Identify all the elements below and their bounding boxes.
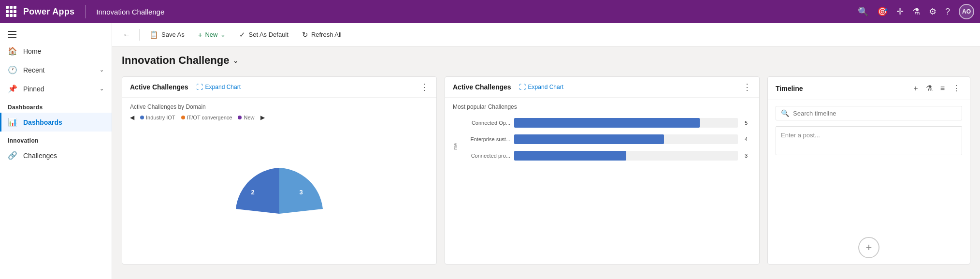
target-icon[interactable]: 🎯 — [877, 6, 888, 17]
page-heading: Innovation Challenge ⌄ — [122, 54, 970, 67]
back-button[interactable]: ← — [118, 28, 135, 42]
refresh-all-button[interactable]: ↻ Refresh All — [296, 28, 347, 42]
bar-track-2 — [514, 151, 738, 161]
set-default-button[interactable]: ✓ Set As Default — [233, 28, 294, 42]
sidebar-item-challenges[interactable]: 🔗 Challenges — [0, 146, 112, 165]
timeline-search-icon: 🔍 — [781, 109, 789, 117]
recent-icon: 🕐 — [8, 65, 17, 74]
sidebar-item-label: Dashboards — [23, 118, 62, 126]
nav-divider — [85, 5, 86, 18]
legend-next-icon[interactable]: ▶ — [260, 114, 265, 121]
legend-dot-1 — [181, 116, 185, 119]
chart-card-left: Active Challenges ⛶ Expand Chart ⋮ Activ… — [122, 76, 437, 264]
expand-chart-left-button[interactable]: ⛶ Expand Chart — [196, 83, 241, 91]
legend-label-1: IT/OT convergence — [187, 115, 232, 120]
chart-more-left-button[interactable]: ⋮ — [420, 83, 429, 91]
chart-subtitle-left: Active Challenges by Domain — [130, 103, 429, 110]
legend-prev-icon[interactable]: ◀ — [130, 114, 134, 121]
legend-label-0: Industry IOT — [146, 115, 175, 120]
bar-value-2: 3 — [745, 153, 751, 159]
timeline-add-icon: + — [866, 241, 872, 254]
timeline-more-button[interactable]: ⋮ — [951, 83, 962, 94]
save-as-button[interactable]: 📋 Save As — [144, 28, 190, 42]
legend-label-2: New — [244, 115, 254, 120]
timeline-list-button[interactable]: ≡ — [938, 83, 947, 94]
challenges-icon: 🔗 — [8, 151, 17, 160]
chart-title-left: Active Challenges — [130, 83, 188, 91]
expand-chart-left-label: Expand Chart — [205, 84, 241, 90]
chart-subtitle-middle: Most popular Challenges — [453, 103, 751, 110]
bar-fill-2 — [514, 151, 626, 161]
timeline-header: Timeline + ⚗ ≡ ⋮ — [768, 77, 970, 100]
expand-icon-middle: ⛶ — [519, 83, 526, 91]
avatar[interactable]: AO — [959, 4, 974, 19]
sidebar-item-label: Recent — [23, 66, 44, 74]
timeline-circle-add-button[interactable]: + — [858, 237, 879, 258]
refresh-label: Refresh All — [311, 31, 342, 38]
timeline-post-placeholder: Enter a post... — [781, 132, 820, 139]
chart-body-left: Active Challenges by Domain ◀ Industry I… — [122, 98, 436, 264]
legend-item-1: IT/OT convergence — [181, 115, 232, 120]
app-title: Power Apps — [23, 7, 74, 17]
pie-chart: 2 3 — [130, 127, 429, 223]
svg-text:2: 2 — [251, 189, 254, 196]
chart-header-middle: Active Challenges ⛶ Expand Chart ⋮ — [445, 77, 759, 98]
bar-value-0: 5 — [745, 120, 751, 126]
timeline-card: Timeline + ⚗ ≡ ⋮ 🔍 — [767, 76, 970, 264]
expand-chart-middle-label: Expand Chart — [528, 84, 563, 90]
heading-chevron-icon[interactable]: ⌄ — [233, 57, 239, 64]
search-icon[interactable]: 🔍 — [858, 6, 868, 17]
sidebar-section-innovation: Innovation — [0, 132, 112, 146]
timeline-search-input[interactable] — [793, 110, 957, 117]
chart-body-middle: Most popular Challenges me Connected Op.… — [445, 98, 759, 264]
dashboard-grid: Active Challenges ⛶ Expand Chart ⋮ Activ… — [122, 76, 970, 264]
save-as-label: Save As — [161, 31, 185, 38]
help-icon[interactable]: ? — [945, 7, 950, 17]
sidebar-item-dashboards[interactable]: 📊 Dashboards — [0, 113, 112, 132]
bar-value-1: 4 — [745, 136, 751, 142]
bar-label-0: Connected Op... — [462, 120, 510, 126]
page-title: Innovation Challenge — [122, 54, 229, 67]
legend-item-2: New — [238, 115, 254, 120]
legend-dot-2 — [238, 116, 242, 119]
sidebar-item-pinned[interactable]: 📌 Pinned ⌄ — [0, 79, 112, 98]
chevron-down-icon: ⌄ — [100, 86, 104, 92]
add-icon[interactable]: ✛ — [896, 6, 904, 17]
chevron-down-icon: ⌄ — [100, 67, 104, 73]
sidebar-item-recent[interactable]: 🕐 Recent ⌄ — [0, 60, 112, 79]
timeline-add-button[interactable]: + — [911, 83, 920, 94]
new-icon: + — [198, 30, 202, 39]
bar-fill-0 — [514, 118, 700, 128]
chart-header-left: Active Challenges ⛶ Expand Chart ⋮ — [122, 77, 436, 98]
chart-title-middle: Active Challenges — [453, 83, 511, 91]
waffle-menu-icon[interactable] — [6, 6, 17, 17]
save-as-icon: 📋 — [149, 30, 159, 39]
new-chevron-icon: ⌄ — [220, 31, 226, 38]
y-axis-label: me — [453, 143, 458, 150]
top-navigation: Power Apps Innovation Challenge 🔍 🎯 ✛ ⚗ … — [0, 0, 980, 23]
sidebar-menu-button[interactable] — [0, 27, 112, 42]
filter-icon[interactable]: ⚗ — [912, 6, 920, 17]
sidebar-item-label: Home — [23, 47, 41, 55]
chart-card-middle: Active Challenges ⛶ Expand Chart ⋮ Most … — [445, 76, 760, 264]
chart-more-middle-button[interactable]: ⋮ — [743, 83, 751, 91]
pinned-icon: 📌 — [8, 84, 17, 93]
sidebar-item-home[interactable]: 🏠 Home — [0, 42, 112, 60]
bar-track-1 — [514, 134, 738, 144]
timeline-filter-button[interactable]: ⚗ — [924, 83, 935, 94]
svg-text:3: 3 — [299, 189, 303, 196]
timeline-post-area[interactable]: Enter a post... — [776, 126, 962, 155]
svg-rect-0 — [231, 214, 328, 223]
bar-row-0: Connected Op... 5 — [462, 118, 751, 128]
bar-chart-area: Connected Op... 5 Enterprise sust... — [462, 114, 751, 171]
refresh-icon: ↻ — [302, 30, 308, 39]
settings-icon[interactable]: ⚙ — [929, 6, 937, 17]
sidebar-section-dashboards: Dashboards — [0, 98, 112, 113]
timeline-body: 🔍 Enter a post... + — [768, 100, 970, 264]
timeline-actions: + ⚗ ≡ ⋮ — [911, 83, 962, 94]
sidebar: 🏠 Home 🕐 Recent ⌄ 📌 Pinned ⌄ Dashboards … — [0, 23, 112, 279]
new-button[interactable]: + New ⌄ — [192, 28, 232, 42]
bar-label-2: Connected pro... — [462, 153, 510, 159]
expand-chart-middle-button[interactable]: ⛶ Expand Chart — [519, 83, 563, 91]
bar-fill-1 — [514, 134, 664, 144]
